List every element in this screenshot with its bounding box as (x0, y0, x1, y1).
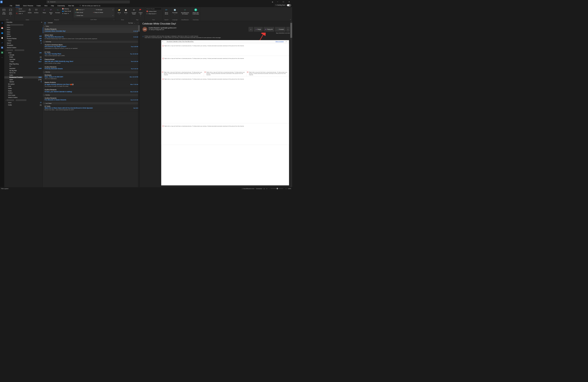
nav-drafts-2[interactable]: Drafts (4, 87, 42, 90)
nav-outbox[interactable]: Outbox (4, 92, 42, 94)
message-item[interactable]: Which WichYour Mid-Week Munchies Fix5:15… (43, 33, 140, 41)
rules-button[interactable]: 📋Rules▾ (123, 8, 129, 15)
zoom-in-button[interactable]: + (286, 188, 286, 189)
word-rail-icon[interactable]: W (1, 46, 3, 49)
message-item[interactable]: Panera BreadStart fall with a FREE Shutt… (43, 58, 140, 65)
view-normal-button[interactable]: ◫ (264, 188, 265, 189)
ribbon-collapse-button[interactable]: ⌄ (290, 19, 291, 20)
nav-important[interactable]: Important1449 (4, 67, 42, 69)
nav-starred[interactable]: Starred5 (4, 81, 42, 83)
favorites-header[interactable]: ⌄Favorites (4, 21, 42, 24)
nav-search-folders[interactable]: Search Folders (4, 46, 42, 49)
tab-view[interactable]: View (44, 4, 48, 7)
reading-reply-all-button[interactable]: ⮂Reply All (263, 27, 274, 32)
nav-templates[interactable]: Templates (4, 44, 42, 46)
nav-rss-feeds[interactable]: RSS Feeds (4, 94, 42, 96)
tasks-rail-icon[interactable]: 📋 (1, 37, 3, 39)
archive-button[interactable]: Archive (33, 8, 40, 14)
more-rail-icon[interactable]: ⋯ (1, 56, 3, 59)
reading-more-button[interactable]: ⋯ (286, 27, 290, 32)
search-people-input[interactable] (146, 8, 162, 10)
coming-soon-toggle[interactable]: On (287, 4, 291, 6)
mail-rail-icon[interactable]: ✉ (1, 22, 3, 24)
tab-folder[interactable]: Folder (36, 4, 41, 7)
nav-gmail[interactable]: ⌄ [Gmail] (4, 54, 42, 56)
message-item[interactable]: El ToritoYour Taco Tuesday PlansTue 10:1… (43, 50, 140, 58)
msg-group-header[interactable]: ⌄ Sunday (43, 94, 140, 96)
account-header-2[interactable]: ⌄ (4, 99, 42, 101)
calendar-rail-icon[interactable]: 📅 (1, 27, 3, 29)
nav-product-pitches[interactable]: Product Pitches190 (4, 37, 42, 40)
nav-dna[interactable]: DNA (4, 85, 42, 87)
nav-notes[interactable]: Notes (4, 74, 42, 76)
filter-email-button[interactable]: ▽Filter Email ▾ (146, 13, 162, 15)
nav-notes-2[interactable]: Notes (4, 90, 42, 92)
reply-all-button[interactable]: ⮂Reply All (48, 8, 54, 15)
nav-inbox-2[interactable]: Inbox160 (4, 52, 42, 54)
nav-inbox-fav[interactable]: Inbox (4, 33, 42, 35)
nav-queue[interactable]: Queue428 (4, 35, 42, 37)
msg-group-header[interactable]: ⌄ Monday (43, 71, 140, 73)
msg-group-header[interactable]: ⌄ Yesterday (43, 41, 140, 43)
maximize-button[interactable]: ☐ (281, 0, 286, 4)
tab-file[interactable]: File (10, 4, 12, 7)
nav-inbox-fav[interactable]: Inbox (4, 26, 42, 28)
zoom-slider[interactable] (271, 188, 283, 189)
move-button[interactable]: 📁Move▾ (116, 8, 123, 15)
nav-inbox-fav[interactable]: Inbox (4, 29, 42, 31)
send-receive-error[interactable]: ⚠Send/Receive error (242, 188, 254, 189)
message-item[interactable]: Baskin-RobbinsAn apple-solutely deliciou… (43, 81, 140, 88)
reply-button[interactable]: ↩Reply (41, 8, 47, 14)
nav-inbox-3[interactable]: Inbox77 (4, 102, 42, 104)
msg-group-header[interactable]: ⌄ Last Week (43, 102, 140, 105)
nav-drafts-3[interactable]: Drafts[1] (4, 104, 42, 106)
ignore-button[interactable]: ⊘Ignore (16, 8, 26, 10)
tell-me-box[interactable]: Tell me what you want to do (79, 5, 100, 7)
nav-restaurant-freebies[interactable]: Restaurant Freebies1886 (4, 76, 42, 78)
junk-button[interactable]: 🚫Junk ▾ (16, 12, 26, 15)
view-reading-button[interactable]: ▭ (266, 188, 267, 189)
excel-rail-icon[interactable]: X (1, 51, 3, 54)
tab-send-receive[interactable]: Send / Receive (23, 4, 33, 7)
read-mode-button[interactable]: ☼ (249, 27, 253, 32)
sort-direction-icon[interactable]: ↑ (138, 22, 138, 24)
msglist-tab-unread[interactable]: Unread (48, 22, 53, 24)
nav-not-to-me[interactable]: Not to me (4, 72, 42, 74)
message-item[interactable]: Godiva RewardsFree Biscuits & Classic De… (43, 96, 140, 102)
message-item[interactable]: Godiva RewardsHi Dave, your Advent Calen… (43, 88, 140, 94)
nav-my-big-mail[interactable]: My Big Mail (4, 70, 42, 72)
tab-help[interactable]: Help (51, 4, 54, 7)
tab-new-tab[interactable]: New Tab (68, 4, 74, 7)
quick-steps-gallery[interactable]: →📁 Move to: ?→ To Manager▴ ✉ Team Email↩… (74, 8, 114, 17)
nav-spam[interactable]: Spam[176] (4, 78, 42, 81)
close-button[interactable]: ✕ (287, 0, 292, 4)
reply-with-grammarly-button[interactable]: GReply with Grammarly (192, 8, 200, 15)
info-bar[interactable]: ⓘ If there are problems with how this me… (140, 35, 292, 39)
nav-sent-mail[interactable]: Sent Mail54 (4, 58, 42, 60)
unread-read-button[interactable]: ✉Unread/ Read (131, 8, 137, 15)
team-email-button[interactable]: 👥Team Email (61, 10, 72, 12)
msglist-scrollbar[interactable] (138, 25, 140, 187)
people-rail-icon[interactable]: 👥 (1, 32, 3, 34)
nav-5g-replied[interactable]: 5G replied (4, 83, 42, 85)
nav-zacchi[interactable]: Zacchi2 (4, 42, 42, 44)
advent-link[interactable]: The Advent Calendar is Here. Plus Free B… (166, 40, 269, 43)
nav-blog-reporting[interactable]: Blog Reporting (4, 63, 42, 65)
translate-button[interactable]: 🔤Translate▾ (171, 8, 179, 15)
tab-home[interactable]: Home (16, 4, 20, 7)
new-items-button[interactable]: New Items ▾ (7, 8, 14, 17)
message-item[interactable]: BenihanaDave, Today is the BIG DAY!Mon 1… (43, 73, 140, 81)
meeting-button[interactable]: 📅Meeting (61, 8, 72, 10)
filter-applied-status[interactable]: Filter applied (1, 188, 8, 189)
view-in-browser-link[interactable]: View in browser (269, 40, 285, 43)
nav-cl[interactable]: CL (4, 65, 42, 67)
message-item[interactable]: Godiva RewardsPerfectly Shareable Snacks… (43, 65, 140, 71)
nav-trash[interactable]: › Trash1517 (4, 61, 42, 63)
tab-grammarly[interactable]: Grammarly (57, 4, 65, 7)
message-item[interactable]: El ToritoWatch the LA Rams Game with All… (43, 105, 140, 112)
send-receive-all-button[interactable]: ⟳Send/Receive All Folders (180, 8, 190, 15)
cleanup-button[interactable]: ✦Clean Up ▾ (16, 10, 26, 12)
follow-up-button[interactable]: 🚩Follow Up▾ (138, 8, 144, 17)
account-header-1[interactable]: ⌄ (4, 49, 42, 52)
message-item[interactable]: Godiva RewardsCelebrate White Chocolate … (43, 27, 140, 33)
